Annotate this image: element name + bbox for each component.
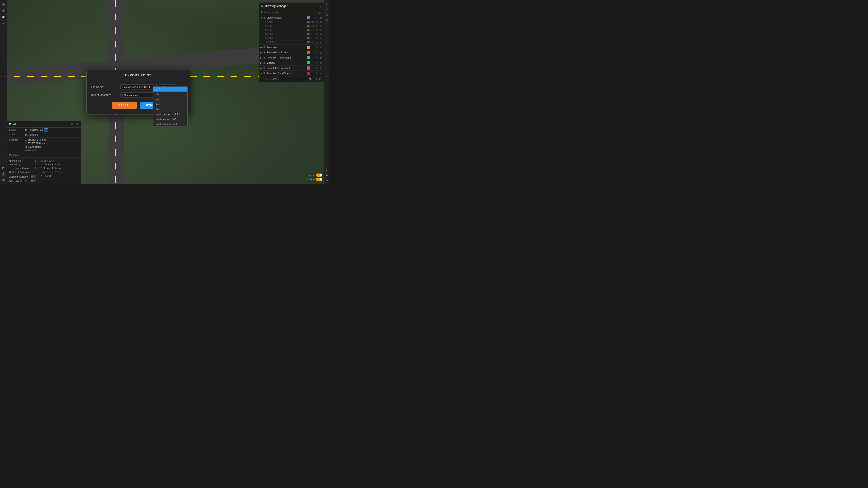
ext-option-xml[interactable]: .xml: [153, 97, 187, 102]
add-point-row: Add Point at End: [8, 179, 36, 183]
layer-eye-median[interactable]: 👁: [315, 62, 318, 64]
layer-header-roadway[interactable]: ▶ ⊞ Roadway ⋮ 👁 🗑: [259, 45, 324, 50]
layer-header-retention-pond[interactable]: ▶ ⊞ Retention Pond Perim ⋮ 👁 🗑: [259, 55, 324, 60]
dm-eye-top-icon[interactable]: 👁: [314, 11, 318, 14]
layer-toggle-icon[interactable]: ⊕: [324, 173, 329, 177]
copy-shift-item[interactable]: ↗ Copy and Shift: [40, 162, 80, 166]
layers-icon[interactable]: ⊞: [1, 2, 6, 7]
dm-search-input[interactable]: [269, 77, 307, 80]
layer-delete-retention-pond[interactable]: 🗑: [319, 57, 322, 59]
clamp-toggle[interactable]: [31, 175, 36, 178]
ext-option-dxf[interactable]: .dxf: [153, 87, 187, 92]
sub-eye-2[interactable]: 👁: [315, 25, 318, 27]
ext-option-crdb[interactable]: .crdb (Carlson SQLite): [153, 111, 187, 117]
layer-delete-roundabout-ext[interactable]: 🗑: [319, 51, 322, 54]
dm-top-icons: 👁 🗑: [314, 11, 322, 14]
settings-icon[interactable]: ⚙: [324, 178, 329, 183]
layer-more-roundabout-veg[interactable]: ⋮: [311, 67, 314, 69]
sub-delete-poly-1[interactable]: 🗑: [319, 33, 322, 35]
layer-delete-retention-veg[interactable]: 🗑: [319, 72, 322, 74]
layer-more-retention-veg[interactable]: ⋮: [311, 72, 314, 74]
dm-add-icon[interactable]: +: [260, 77, 264, 80]
sub-delete-3[interactable]: 🗑: [319, 29, 322, 31]
layer-eye-retention-veg[interactable]: 👁: [315, 72, 318, 74]
sub-item-point-2[interactable]: Point Utilities 👁 🗑: [259, 24, 324, 28]
dm-close-button[interactable]: ×: [320, 4, 322, 8]
dm-filter-icon[interactable]: ⊡: [314, 77, 318, 80]
ext-option-shp[interactable]: .shp: [153, 92, 187, 97]
grid-icon[interactable]: ⊞: [1, 177, 6, 183]
surface-toggle[interactable]: [316, 178, 322, 181]
cancel-button[interactable]: CANCEL: [112, 102, 137, 109]
extend-polyline-item[interactable]: ↗ Extend Polyline: [40, 166, 80, 170]
export-label: Export: [43, 175, 51, 177]
sub-delete-poly-2[interactable]: 🗑: [319, 37, 322, 39]
layer-delete-median[interactable]: 🗑: [319, 62, 322, 64]
layer-stack-icon-retention-veg: ⊞: [264, 72, 266, 75]
copy-shift-label: Copy and Shift: [43, 163, 60, 166]
ext-option-crd-alpha[interactable]: .crd (alphanumeric): [153, 122, 187, 127]
ext-option-kml[interactable]: .kml: [153, 102, 187, 107]
sub-delete-2[interactable]: 🗑: [319, 25, 322, 27]
layer-eye-roadway[interactable]: 👁: [315, 46, 318, 48]
layer-delete-roadway[interactable]: 🗑: [319, 46, 322, 48]
play-icon[interactable]: ▶: [1, 165, 6, 170]
ext-option-txt[interactable]: .txt: [153, 107, 187, 111]
point-visibility-icon[interactable]: 👁: [70, 123, 74, 126]
user-icon[interactable]: 👤: [1, 171, 6, 176]
sub-eye-poly-1[interactable]: 👁: [315, 33, 318, 35]
layer-more-median[interactable]: ⋮: [311, 62, 314, 64]
dm-remove-icon[interactable]: ✕: [265, 77, 268, 80]
layer-header-median[interactable]: ▶ ⊞ Median ⋮ 👁 🗑: [259, 60, 324, 65]
layer-more-roadway[interactable]: ⋮: [311, 46, 314, 48]
sub-delete-1[interactable]: 🗑: [319, 21, 322, 23]
file-name-input[interactable]: [121, 85, 157, 90]
dm-layers-list: ▼ ⊞ Electrical Box ⋮ 👁 🗑 Point Utilities…: [259, 15, 324, 76]
layer-header-retention-veg[interactable]: ▼ ⊞ Retention Pond Veget ⋮ 👁 🗑: [259, 71, 324, 76]
sub-item-polyline-1[interactable]: Polyline Utilities 👁 🗑: [259, 32, 324, 36]
layer-header-roundabout-veg[interactable]: ▶ ⊞ Roundabout Vegetatio ⋮ 👁 🗑: [259, 66, 324, 70]
ext-option-crd-numeric[interactable]: .crd (numeric only): [153, 117, 187, 122]
expand-icon-roundabout-veg: ▶: [260, 67, 262, 69]
zoom-out-icon[interactable]: −: [324, 7, 329, 11]
action-panel: Action Codes: ↗ Copy and Shift ↗ Extend …: [38, 158, 81, 184]
layer-eye-roundabout-veg[interactable]: 👁: [315, 67, 318, 69]
dm-export-icon[interactable]: ⊞: [318, 77, 322, 80]
sub-type-2: Point: [268, 25, 273, 27]
pointer-icon[interactable]: ↖: [1, 21, 6, 26]
dm-delete-top-icon[interactable]: 🗑: [318, 11, 322, 14]
azimuth-value: 0: [35, 160, 36, 162]
sub-delete-poly-3[interactable]: 🗑: [319, 41, 322, 43]
layer-more-roundabout-ext[interactable]: ⋮: [311, 51, 314, 54]
layer-delete-electrical-box[interactable]: 🗑: [319, 17, 322, 19]
sub-item-point-3[interactable]: Point Utilities 👁 🗑: [259, 28, 324, 32]
grid-view-icon[interactable]: ⊞: [324, 18, 329, 22]
zoom-in-icon[interactable]: +: [324, 2, 329, 6]
3d-label[interactable]: 3D: [1, 14, 6, 20]
export-item[interactable]: ↗ Export: [40, 174, 80, 178]
layer-eye-electrical-box[interactable]: 👁: [315, 17, 318, 19]
select-endpoint-radio[interactable]: [8, 171, 11, 173]
add-point-toggle[interactable]: [31, 180, 36, 182]
layer-more-retention-pond[interactable]: ⋮: [311, 57, 314, 59]
fit-icon[interactable]: ⊡: [324, 13, 329, 17]
layer-stack-icon-electrical-box: ⊞: [264, 16, 266, 19]
sub-item-point-1[interactable]: Point Utilities 👁 🗑: [259, 20, 324, 24]
dense-toggle[interactable]: [316, 173, 322, 177]
3d-right-label[interactable]: 3D: [324, 168, 329, 172]
sub-eye-3[interactable]: 👁: [315, 29, 318, 31]
move-icon[interactable]: ✥: [1, 8, 6, 13]
layer-eye-retention-pond[interactable]: 👁: [315, 57, 318, 59]
dm-search-icon[interactable]: 🔍: [308, 77, 313, 80]
layer-header-electrical-box[interactable]: ▼ ⊞ Electrical Box ⋮ 👁 🗑: [259, 15, 324, 20]
layer-delete-roundabout-veg[interactable]: 🗑: [319, 67, 322, 69]
layer-eye-roundabout-ext[interactable]: 👁: [315, 51, 318, 54]
layer-more-electrical-box[interactable]: ⋮: [311, 17, 314, 19]
sub-eye-1[interactable]: 👁: [315, 21, 318, 23]
point-delete-icon[interactable]: 🗑: [75, 123, 79, 126]
sub-item-polyline-3[interactable]: Polyline Utilities 👁 🗑: [259, 40, 324, 44]
sub-item-polyline-2[interactable]: Polyline Utilities 👁 🗑: [259, 36, 324, 40]
sub-eye-poly-3[interactable]: 👁: [315, 41, 318, 43]
sub-eye-poly-2[interactable]: 👁: [315, 37, 318, 39]
layer-header-roundabout-ext[interactable]: ▶ ⊞ Roundabout Exterior ⋮ 👁 🗑: [259, 50, 324, 55]
